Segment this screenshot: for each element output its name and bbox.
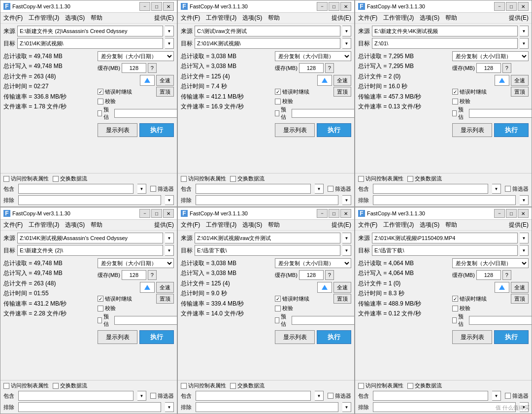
menu-help-w1[interactable]: 帮助 [91, 14, 102, 22]
filter-checkbox-w4[interactable] [150, 393, 156, 399]
source-dropdown-w4[interactable]: ▼ [165, 233, 174, 243]
menu-provide-w5[interactable]: 提供(E) [332, 221, 351, 229]
help-btn-w6[interactable]: ? [502, 270, 511, 280]
access-control-checkbox-w3[interactable] [358, 176, 364, 182]
verify-checkbox-w5[interactable] [275, 306, 281, 311]
reset-btn-w1[interactable]: 置顶 [156, 87, 174, 97]
include-input-w2[interactable] [196, 184, 311, 194]
error-continue-checkbox-w6[interactable] [452, 296, 458, 302]
filter-checkbox-w3[interactable] [505, 186, 511, 192]
menu-file-w5[interactable]: 文件(F) [181, 221, 200, 229]
close-btn-w1[interactable]: ✕ [163, 2, 174, 11]
minimize-btn-w2[interactable]: － [317, 2, 328, 11]
menu-options-w2[interactable]: 选项(S) [242, 14, 262, 22]
fullspeed-btn-w2[interactable]: 全速 [333, 75, 351, 86]
estimate-checkbox-w3[interactable] [452, 110, 457, 116]
menu-provide-w2[interactable]: 提供(E) [332, 14, 351, 22]
maximize-btn-w3[interactable]: □ [506, 2, 517, 11]
menu-help-w4[interactable]: 帮助 [91, 221, 102, 229]
verify-checkbox-w6[interactable] [452, 306, 458, 311]
exchange-stream-checkbox-w5[interactable] [230, 383, 236, 389]
estimate-input-w5[interactable] [292, 316, 355, 325]
menu-options-w5[interactable]: 选项(S) [242, 221, 262, 229]
access-control-checkbox-w2[interactable] [181, 176, 187, 182]
access-control-checkbox-w5[interactable] [181, 383, 187, 389]
minimize-btn-w6[interactable]: － [494, 209, 505, 218]
exec-btn-w6[interactable]: 执行 [494, 330, 529, 344]
filter-checkbox-w2[interactable] [328, 186, 333, 192]
help-btn-w4[interactable]: ? [148, 270, 157, 280]
help-btn-w2[interactable]: ? [325, 63, 334, 73]
estimate-input-w6[interactable] [469, 316, 532, 325]
verify-checkbox-w1[interactable] [98, 99, 103, 104]
minimize-btn-w4[interactable]: － [139, 209, 150, 218]
error-continue-checkbox-w2[interactable] [275, 89, 281, 95]
access-control-checkbox-w4[interactable] [3, 383, 9, 389]
menu-provide-w3[interactable]: 提供(E) [509, 14, 529, 22]
exclude-dropdown-w5[interactable]: ▼ [342, 402, 351, 412]
reset-btn-w2[interactable]: 置顶 [333, 87, 351, 97]
source-dropdown-w5[interactable]: ▼ [342, 233, 351, 243]
buffer-input-w4[interactable] [122, 270, 146, 280]
mode-select-w6[interactable]: 差分复制（大小/日期） [452, 258, 529, 268]
close-btn-w5[interactable]: ✕ [340, 209, 351, 218]
dest-dropdown-w3[interactable]: ▼ [520, 38, 529, 49]
exchange-stream-checkbox-w1[interactable] [53, 176, 59, 182]
menu-workmgr-w6[interactable]: 工作管理(J) [383, 221, 414, 229]
dest-input-w5[interactable] [195, 245, 340, 256]
estimate-input-w3[interactable] [469, 109, 532, 118]
maximize-btn-w5[interactable]: □ [329, 209, 339, 218]
exclude-dropdown-w4[interactable]: ▼ [165, 402, 174, 412]
menu-provide-w1[interactable]: 提供(E) [154, 14, 174, 22]
menu-help-w6[interactable]: 帮助 [445, 221, 457, 229]
list-btn-w1[interactable]: 显示列表 [98, 123, 137, 137]
menu-file-w3[interactable]: 文件(F) [358, 14, 377, 22]
include-dropdown-w2[interactable]: ▼ [315, 184, 324, 194]
list-btn-w3[interactable]: 显示列表 [452, 123, 492, 137]
exchange-stream-checkbox-w4[interactable] [53, 383, 59, 389]
verify-checkbox-w4[interactable] [98, 306, 103, 311]
maximize-btn-w2[interactable]: □ [329, 2, 339, 11]
include-dropdown-w1[interactable]: ▼ [137, 184, 146, 194]
reset-btn-w4[interactable]: 置顶 [156, 294, 174, 304]
close-btn-w4[interactable]: ✕ [163, 209, 174, 218]
menu-help-w3[interactable]: 帮助 [445, 14, 457, 22]
menu-file-w6[interactable]: 文件(F) [358, 221, 377, 229]
mode-select-w3[interactable]: 差分复制（大小/日期） [452, 51, 529, 61]
speed-up-btn-w2[interactable] [317, 75, 332, 86]
buffer-input-w2[interactable] [299, 63, 324, 73]
help-btn-w5[interactable]: ? [325, 270, 334, 280]
exec-btn-w5[interactable]: 执行 [317, 330, 351, 344]
exclude-dropdown-w1[interactable]: ▼ [165, 195, 174, 205]
minimize-btn-w1[interactable]: － [139, 2, 150, 11]
error-continue-checkbox-w4[interactable] [98, 296, 103, 302]
mode-select-w2[interactable]: 差分复制（大小/日期） [275, 51, 351, 61]
filter-checkbox-w6[interactable] [505, 393, 511, 399]
menu-file-w4[interactable]: 文件(F) [3, 221, 23, 229]
access-control-checkbox-w6[interactable] [358, 383, 364, 389]
maximize-btn-w4[interactable]: □ [151, 209, 162, 218]
fullspeed-btn-w5[interactable]: 全速 [333, 282, 351, 293]
close-btn-w2[interactable]: ✕ [340, 2, 351, 11]
maximize-btn-w6[interactable]: □ [506, 209, 517, 218]
source-input-w2[interactable] [195, 26, 340, 36]
fullspeed-btn-w6[interactable]: 全速 [511, 282, 529, 293]
reset-btn-w3[interactable]: 置顶 [511, 87, 529, 97]
exec-btn-w2[interactable]: 执行 [317, 123, 351, 137]
menu-options-w1[interactable]: 选项(S) [65, 14, 85, 22]
minimize-btn-w3[interactable]: － [494, 2, 505, 11]
dest-input-w2[interactable] [195, 38, 340, 49]
exchange-stream-checkbox-w3[interactable] [407, 176, 413, 182]
estimate-checkbox-w6[interactable] [452, 317, 457, 323]
menu-workmgr-w3[interactable]: 工作管理(J) [383, 14, 414, 22]
include-input-w3[interactable] [373, 184, 488, 194]
exclude-input-w6[interactable] [373, 402, 516, 412]
minimize-btn-w5[interactable]: － [317, 209, 328, 218]
exec-btn-w1[interactable]: 执行 [139, 123, 174, 137]
include-dropdown-w3[interactable]: ▼ [492, 184, 501, 194]
include-input-w4[interactable] [18, 391, 133, 401]
buffer-input-w6[interactable] [476, 270, 501, 280]
estimate-checkbox-w1[interactable] [98, 110, 102, 116]
close-btn-w6[interactable]: ✕ [518, 209, 529, 218]
buffer-input-w5[interactable] [299, 270, 324, 280]
